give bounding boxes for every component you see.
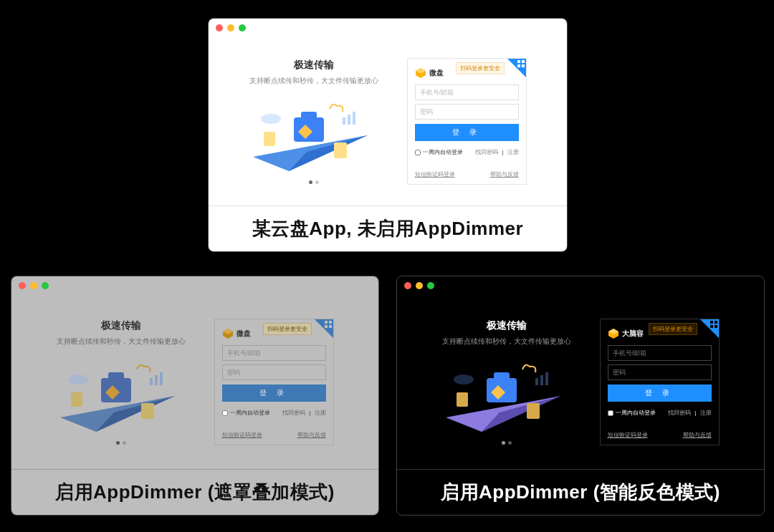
auto-login[interactable]: 一周内自动登录: [608, 409, 656, 417]
help-link[interactable]: 帮助与反馈: [297, 431, 326, 439]
qr-tip: 扫码登录更安全: [649, 323, 697, 335]
card-overlay: 极速传输 支持断点续传和秒传，大文件传输更放心: [11, 276, 379, 516]
password-input[interactable]: [222, 364, 326, 380]
account-input[interactable]: [608, 345, 712, 361]
caption-right: 启用AppDimmer (智能反色模式): [397, 469, 764, 515]
svg-rect-50: [715, 325, 717, 328]
svg-rect-45: [540, 375, 543, 385]
pager-dots[interactable]: [57, 441, 186, 445]
auto-login-checkbox[interactable]: [608, 410, 613, 416]
maximize-dot[interactable]: [427, 282, 434, 289]
login-links: 找回密码 | 注册: [668, 409, 712, 417]
close-dot[interactable]: [19, 282, 26, 289]
card-original: 极速传输 支持断点续传和秒传，大文件传输更放心: [208, 18, 568, 252]
svg-rect-21: [108, 372, 124, 381]
promo-panel: 极速传输 支持断点续传和秒传，大文件传输更放心: [442, 319, 571, 445]
promo-title: 极速传输: [249, 59, 378, 72]
promo-panel: 极速传输 支持断点续传和秒传，大文件传输更放心: [249, 59, 378, 184]
account-input[interactable]: [415, 84, 519, 100]
caption-left: 启用AppDimmer (遮罩叠加模式): [11, 469, 378, 515]
brand-text: 微盘: [429, 68, 444, 78]
qr-icon[interactable]: [315, 319, 333, 338]
login-options: 一周内自动登录 找回密码 | 注册: [408, 145, 526, 163]
register-link[interactable]: 注册: [700, 410, 712, 416]
maximize-dot[interactable]: [42, 282, 49, 289]
svg-rect-33: [325, 325, 328, 328]
sms-login-link[interactable]: 短信验证码登录: [608, 431, 648, 439]
card-invert: 极速传输 支持断点续传和秒传，大文件传输更放心: [396, 276, 765, 516]
svg-rect-49: [715, 321, 717, 324]
login-button[interactable]: 登 录: [608, 385, 712, 402]
svg-rect-27: [155, 375, 158, 385]
window-controls: [11, 276, 378, 295]
login-options: 一周内自动登录 找回密码 | 注册: [215, 406, 333, 424]
forgot-link[interactable]: 找回密码: [668, 410, 691, 416]
svg-rect-46: [545, 372, 548, 385]
register-link[interactable]: 注册: [315, 410, 326, 416]
brand-icon: [222, 328, 234, 339]
qr-icon[interactable]: [700, 319, 719, 338]
pager-dots[interactable]: [442, 441, 571, 445]
window-controls: [397, 276, 764, 295]
register-link[interactable]: 注册: [507, 149, 519, 155]
promo-title: 极速传输: [57, 319, 186, 332]
svg-rect-41: [527, 403, 540, 419]
window-controls: [209, 19, 567, 37]
caption-top: 某云盘App, 未启用AppDimmer: [209, 205, 567, 251]
login-button[interactable]: 登 录: [415, 124, 519, 141]
login-panel: 扫码登录更安全 微盘 登 录 一周内自动登录 找回密码 | 注册 短信验证码登录…: [407, 58, 527, 185]
auto-login[interactable]: 一周内自动登录: [415, 148, 463, 156]
svg-rect-13: [522, 60, 525, 63]
svg-rect-9: [348, 115, 350, 125]
svg-rect-14: [522, 64, 525, 67]
login-button[interactable]: 登 录: [222, 385, 326, 402]
promo-title: 极速传输: [442, 319, 571, 332]
svg-rect-6: [264, 132, 275, 146]
forgot-link[interactable]: 找回密码: [282, 410, 305, 416]
brand-icon: [608, 328, 619, 339]
minimize-dot[interactable]: [227, 24, 234, 32]
svg-rect-10: [353, 112, 355, 125]
promo-illustration: [442, 357, 564, 435]
svg-rect-31: [329, 321, 332, 324]
auto-login-checkbox[interactable]: [415, 150, 421, 155]
sms-login-link[interactable]: 短信验证码登录: [222, 431, 262, 439]
maximize-dot[interactable]: [239, 24, 246, 32]
brand-icon: [415, 67, 426, 79]
account-input[interactable]: [222, 345, 326, 361]
qr-icon[interactable]: [507, 59, 526, 77]
app-body: 极速传输 支持断点续传和秒传，大文件传输更放心: [397, 295, 764, 469]
minimize-dot[interactable]: [416, 282, 423, 289]
svg-point-25: [68, 374, 88, 385]
login-footer: 短信验证码登录 帮助与反馈: [408, 163, 526, 184]
auto-login[interactable]: 一周内自动登录: [222, 409, 270, 417]
help-link[interactable]: 帮助与反馈: [683, 431, 712, 439]
svg-rect-3: [301, 112, 317, 120]
login-footer: 短信验证码登录 帮助与反馈: [215, 424, 333, 445]
login-panel: 扫码登录更安全 大脑容 登 录 一周内自动登录 找回密码 | 注册 短信验证码登…: [600, 319, 720, 445]
qr-tip: 扫码登录更安全: [456, 62, 505, 74]
forgot-link[interactable]: 找回密码: [475, 149, 498, 155]
password-input[interactable]: [608, 364, 712, 380]
svg-rect-39: [494, 372, 510, 381]
svg-rect-32: [329, 325, 332, 328]
svg-rect-23: [141, 403, 154, 419]
minimize-dot[interactable]: [30, 282, 37, 289]
svg-rect-8: [343, 117, 345, 125]
close-dot[interactable]: [404, 282, 411, 289]
brand-text: 微盘: [236, 329, 251, 339]
pager-dots[interactable]: [249, 180, 378, 184]
svg-point-43: [454, 374, 474, 385]
svg-rect-15: [517, 64, 520, 67]
svg-rect-26: [150, 378, 153, 385]
auto-login-checkbox[interactable]: [222, 410, 228, 416]
svg-rect-48: [710, 321, 713, 324]
close-dot[interactable]: [216, 24, 223, 32]
login-links: 找回密码 | 注册: [475, 148, 519, 156]
password-input[interactable]: [415, 104, 519, 120]
login-panel: 扫码登录更安全 微盘 登 录 一周内自动登录 找回密码 | 注册 短信验证码登录…: [214, 319, 334, 445]
svg-rect-28: [160, 372, 163, 385]
svg-rect-42: [457, 392, 468, 407]
sms-login-link[interactable]: 短信验证码登录: [415, 170, 455, 178]
help-link[interactable]: 帮助与反馈: [490, 170, 519, 178]
